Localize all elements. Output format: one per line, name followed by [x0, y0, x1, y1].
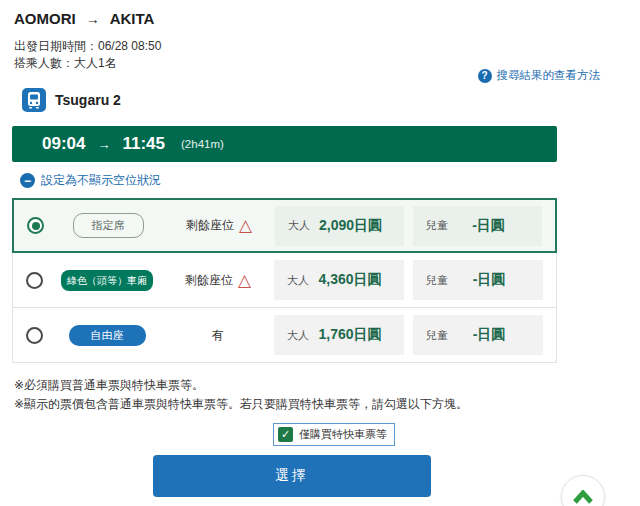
adult-label: 大人 — [288, 218, 310, 233]
availability-cell: 有 — [172, 327, 264, 344]
select-button[interactable]: 選擇 — [153, 455, 431, 497]
seat-type-cell: 指定席 — [57, 213, 159, 238]
child-label: 兒童 — [426, 328, 448, 343]
question-icon: ? — [478, 69, 492, 83]
help-link[interactable]: ? 搜尋結果的查看方法 — [478, 68, 601, 83]
departure-time: 09:04 — [42, 134, 85, 154]
help-link-label: 搜尋結果的查看方法 — [497, 68, 601, 83]
warning-triangle-icon: △ — [239, 217, 252, 234]
seat-type-badge: 指定席 — [73, 213, 144, 238]
price-panels: 大人 1,760日圓 兒童 -日圓 — [274, 315, 543, 355]
schedule-banner: 09:04 → 11:45 (2h41m) — [12, 126, 557, 162]
train-icon — [22, 88, 46, 112]
availability-cell: 剩餘座位 △ — [172, 272, 264, 289]
availability-label: 剩餘座位 — [185, 272, 233, 289]
hide-availability-label: 設定為不顯示空位狀況 — [41, 172, 161, 189]
adult-price-panel: 大人 1,760日圓 — [274, 315, 404, 355]
train-info: Tsugaru 2 — [12, 88, 628, 112]
search-conditions: 出發日期時間：06/28 08:50 搭乘人數：大人1名 — [12, 38, 628, 72]
child-price: -日圓 — [448, 271, 530, 289]
arrival-time: 11:45 — [122, 134, 165, 154]
radio-reserved-seat[interactable] — [27, 217, 44, 234]
adult-price: 1,760日圓 — [309, 326, 391, 344]
seat-type-cell: 綠色（頭等）車廂 — [56, 270, 158, 291]
adult-price-panel: 大人 4,360日圓 — [274, 260, 404, 300]
fare-row-reserved-seat[interactable]: 指定席 剩餘座位 △ 大人 2,090日圓 兒童 -日圓 — [12, 198, 557, 253]
availability-label: 剩餘座位 — [186, 217, 234, 234]
adult-price: 2,090日圓 — [310, 217, 391, 235]
chevron-up-icon — [572, 490, 594, 504]
child-label: 兒童 — [426, 273, 448, 288]
radio-non-reserved-seat[interactable] — [26, 327, 43, 344]
child-price: -日圓 — [448, 217, 529, 235]
price-panels: 大人 4,360日圓 兒童 -日圓 — [274, 260, 543, 300]
child-price-panel: 兒童 -日圓 — [413, 260, 543, 300]
child-label: 兒童 — [426, 218, 448, 233]
availability-label: 有 — [212, 327, 224, 344]
note-line-1: ※必須購買普通車票與特快車票等。 — [14, 376, 628, 395]
checkbox-checked-icon[interactable]: ✓ — [278, 427, 293, 442]
fare-notes: ※必須購買普通車票與特快車票等。 ※顯示的票價包含普通車票與特快車票等。若只要購… — [12, 376, 628, 414]
search-result-page: AOMORI → AKITA 出發日期時間：06/28 08:50 搭乘人數：大… — [0, 0, 640, 497]
route-arrow-icon: → — [86, 11, 100, 27]
destination-station: AKITA — [110, 10, 155, 27]
seat-type-badge: 自由座 — [69, 325, 146, 346]
origin-station: AOMORI — [14, 10, 76, 27]
child-price-panel: 兒童 -日圓 — [413, 315, 543, 355]
adult-label: 大人 — [287, 273, 309, 288]
child-price: -日圓 — [448, 326, 530, 344]
departure-datetime-label: 出發日期時間：06/28 08:50 — [14, 38, 628, 55]
child-price-panel: 兒童 -日圓 — [413, 206, 542, 246]
adult-price-panel: 大人 2,090日圓 — [275, 206, 404, 246]
fare-row-green-car[interactable]: 綠色（頭等）車廂 剩餘座位 △ 大人 4,360日圓 兒童 -日圓 — [12, 253, 557, 308]
checkbox-label: 僅購買特快車票等 — [299, 427, 387, 442]
schedule-arrow-icon: → — [97, 137, 110, 152]
limited-express-only-checkbox-group[interactable]: ✓ 僅購買特快車票等 — [273, 423, 395, 446]
radio-green-car[interactable] — [26, 272, 43, 289]
seat-type-cell: 自由座 — [56, 325, 158, 346]
route-header: AOMORI → AKITA — [12, 10, 628, 27]
fare-row-non-reserved-seat[interactable]: 自由座 有 大人 1,760日圓 兒童 -日圓 — [12, 308, 557, 363]
trip-duration: (2h41m) — [181, 138, 224, 150]
price-panels: 大人 2,090日圓 兒童 -日圓 — [275, 206, 542, 246]
train-name: Tsugaru 2 — [55, 92, 121, 108]
minus-icon: − — [20, 173, 35, 188]
warning-triangle-icon: △ — [238, 272, 251, 289]
hide-availability-toggle[interactable]: − 設定為不顯示空位狀況 — [12, 172, 628, 189]
availability-cell: 剩餘座位 △ — [173, 217, 265, 234]
note-line-2: ※顯示的票價包含普通車票與特快車票等。若只要購買特快車票等，請勾選以下方塊。 — [14, 395, 628, 414]
fare-table: 指定席 剩餘座位 △ 大人 2,090日圓 兒童 -日圓 綠色（頭等） — [12, 198, 557, 363]
adult-label: 大人 — [287, 328, 309, 343]
seat-type-badge: 綠色（頭等）車廂 — [61, 270, 153, 291]
adult-price: 4,360日圓 — [309, 271, 391, 289]
